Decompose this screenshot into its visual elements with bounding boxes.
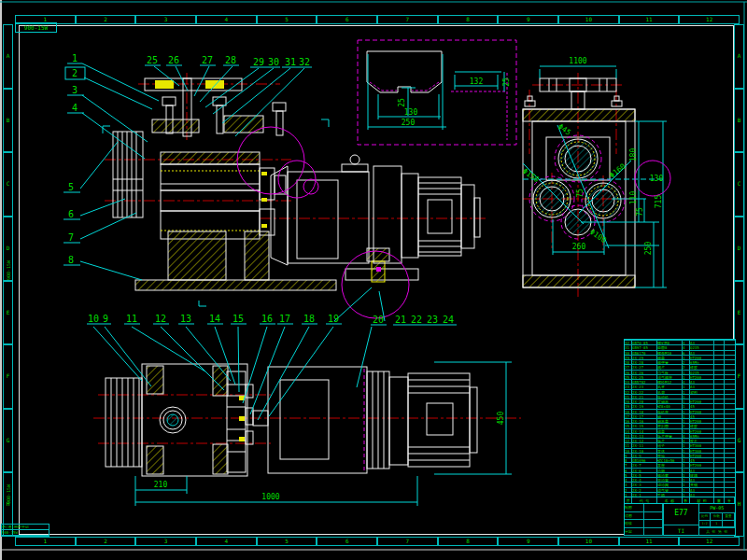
zone-cell: 4: [196, 15, 257, 24]
signature-cell: 描图: [625, 512, 644, 520]
drawing-title: E77: [664, 504, 698, 525]
zone-cell: 7: [377, 15, 438, 24]
title-block: 制图描图校核审定 E77 TI PW-05 比例件数重量1:21 共 张 第 张: [625, 503, 735, 536]
zone-cell: F: [3, 344, 13, 409]
zone-cell: 10: [558, 15, 619, 24]
zone-cell: 4: [196, 537, 257, 546]
drawing-number: PW-05: [699, 504, 735, 512]
signature-cell: 制图: [625, 504, 644, 511]
signature-row: 制图: [625, 504, 663, 512]
zone-cell: A: [3, 24, 13, 89]
zone-cell: 11: [619, 537, 680, 546]
zone-cell: 7: [377, 537, 438, 546]
zone-top: 123456789101112: [15, 15, 740, 24]
signature-row: 校核: [625, 520, 663, 528]
zone-cell: E: [734, 281, 744, 345]
sheet-info: 共 张 第 张: [699, 527, 735, 536]
signature-cell: [644, 528, 664, 536]
zone-cell: 9: [498, 537, 558, 546]
info-cell: 比例: [699, 513, 712, 521]
corner-stamp-row2: 900-15W: [2, 530, 49, 536]
zone-cell: B: [3, 89, 13, 153]
drawing-subtitle: TI: [664, 525, 698, 536]
cad-sheet: 1 2 3 4 5 6 7 8 25 26 27 28 29 30 31 32: [0, 0, 747, 560]
zone-cell: B: [734, 89, 744, 153]
signature-row: 审定: [625, 528, 663, 537]
zone-cell: 5: [257, 15, 317, 24]
zone-cell: 2: [76, 15, 136, 24]
zone-cell: 12: [679, 15, 740, 24]
signature-cell: [644, 520, 664, 527]
info-grid: 比例件数重量1:21: [699, 512, 735, 527]
info-cell: 1: [711, 521, 723, 528]
info-cell: 重量: [723, 513, 735, 521]
title-block-area: 12X-1手柄1A3 22X-2进气管1A3 32X-3滤油网1黄铜 42X-4…: [624, 339, 736, 536]
signature-cell: 校核: [625, 520, 644, 527]
zone-cell: 8: [438, 15, 499, 24]
zone-cell: C: [3, 152, 13, 217]
drawing-number-cells: PW-05 比例件数重量1:21 共 张 第 张: [699, 504, 735, 536]
title-cells: E77 TI: [664, 504, 698, 536]
info-cell: 件数: [711, 513, 723, 521]
signature-row: 描图: [625, 512, 663, 521]
drawing-number-label: 900-15W: [15, 22, 57, 33]
zone-cell: 9: [498, 15, 558, 24]
zone-cell: 5: [257, 537, 317, 546]
signature-cell: 审定: [625, 528, 644, 536]
edge-stamp-upper: 900-15W: [6, 260, 11, 280]
info-cell: 1:2: [699, 521, 712, 528]
zone-cell: 2: [76, 537, 136, 546]
signature-cell: [644, 504, 664, 511]
zone-cell: 6: [317, 537, 377, 546]
zone-cell: 3: [135, 15, 196, 24]
signature-grid: 制图描图校核审定: [625, 504, 664, 536]
zone-cell: 10: [558, 537, 619, 546]
zone-cell: E: [3, 281, 13, 345]
zone-cell: D: [734, 217, 744, 281]
corner-stamp: 借(通)用件登记 900-15W: [1, 524, 49, 537]
zone-cell: 6: [317, 15, 377, 24]
zone-cell: G: [3, 409, 13, 473]
zone-cell: 11: [619, 15, 680, 24]
zone-cell: A: [734, 24, 744, 89]
zone-cell: 12: [679, 537, 740, 546]
zone-cell: 3: [135, 537, 196, 546]
info-cell: [723, 521, 735, 528]
signature-cell: [644, 512, 664, 520]
zone-bottom: 123456789101112: [15, 537, 740, 546]
zone-cell: C: [734, 152, 744, 217]
bom-body: 12X-1手柄1A3 22X-2进气管1A3 32X-3滤油网1黄铜 42X-4…: [625, 340, 735, 497]
zone-cell: 8: [438, 537, 499, 546]
edge-stamp-lower: 900-15W: [6, 484, 11, 504]
zone-cell: 1: [15, 537, 76, 546]
zone-left: ABCDEFGH: [3, 24, 13, 537]
